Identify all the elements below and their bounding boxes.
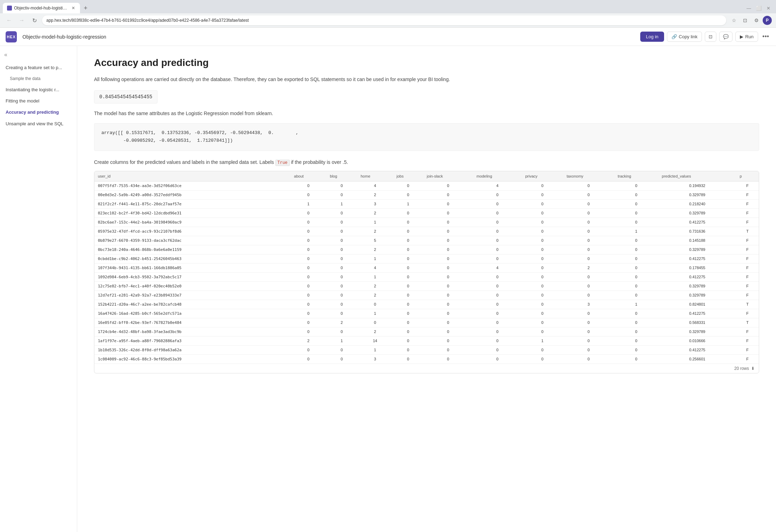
link-icon: 🔗 [671,34,677,39]
bookmark-button[interactable]: ☆ [729,15,739,25]
table-cell: 1 [522,336,563,345]
table-cell: 0 [393,354,423,364]
table-cell: 3 [563,300,614,309]
col-header-join-slack: join-slack [423,171,473,181]
table-cell: 0 [473,236,522,245]
copy-link-button[interactable]: 🔗 Copy link [667,32,702,42]
table-cell: 0 [473,245,522,254]
table-cell: 0 [522,181,563,190]
table-cell: 0 [290,272,326,281]
table-row: 00e0d3e2-5a9b-4249-a00d-3527eddf945b0020… [94,190,759,199]
table-cell: 2 [357,208,393,218]
extensions-button[interactable]: ⚙ [751,15,761,25]
restore-icon[interactable]: ⬜ [756,6,762,11]
table-cell: 4 [357,181,393,190]
comment-button[interactable]: 💬 [719,32,732,42]
minimize-icon[interactable]: — [747,6,751,11]
table-row: 1724cb4e-4d32-48bf-ba98-3fae3ad3bc9b0020… [94,327,759,336]
table-cell: 4 [357,263,393,272]
share-button[interactable]: ⊡ [705,32,716,42]
table-cell: 0 [393,318,423,327]
table-cell: 0 [423,354,473,364]
sidebar-item-accuracy[interactable]: Accuracy and predicting [0,107,77,118]
table-cell: 0 [423,281,473,291]
table-cell: 0 [326,354,357,364]
table-cell: 0 [393,263,423,272]
table-cell: 0 [563,245,614,254]
address-input[interactable] [42,15,726,25]
table-cell: 0 [326,272,357,281]
back-button[interactable]: ← [4,15,14,25]
table-cell: 0 [290,309,326,318]
active-tab[interactable]: Objectiv-model-hub-logistic-reg ✕ [3,3,80,13]
table-cell: 4 [473,181,522,190]
sidebar-item-creating-feature[interactable]: Creating a feature set to p... [0,62,77,73]
table-cell: 0 [423,218,473,227]
table-cell: 0.568331 [658,318,736,327]
table-cell: 0 [393,281,423,291]
app-header: HEX Objectiv-model-hub-logistic-regressi… [0,28,776,46]
table-cell: 0 [563,345,614,354]
sidebar-collapse-button[interactable]: « [0,50,77,59]
description-text: All following operations are carried out… [94,75,759,83]
table-cell: 0 [522,291,563,300]
table-cell: 0 [614,181,658,190]
table-row: 023ec102-bc2f-4f30-bd42-12dcdbd96e310020… [94,208,759,218]
login-button[interactable]: Log in [640,32,664,42]
table-cell: 0 [563,354,614,364]
table-cell: 0 [614,245,658,254]
table-cell: 0 [563,309,614,318]
table-cell: 0 [326,236,357,245]
table-cell: 023ec102-bc2f-4f30-bd42-12dcdbd96e31 [94,208,290,218]
table-cell: 007f5fd7-7535-434e-aa3e-3d52f06d63ce [94,181,290,190]
table-cell: 0.194932 [658,181,736,190]
table-cell: F [736,345,759,354]
reload-button[interactable]: ↻ [29,15,39,25]
code-block: array([[ 0.15317671, 0.13752336, -0.3545… [94,123,759,151]
table-cell: 0 [522,309,563,318]
run-button[interactable]: ▶ Run [735,32,758,42]
table-cell: 0 [563,327,614,336]
address-bar: ← → ↻ ☆ ⊡ ⚙ P [0,13,776,27]
table-cell: 5 [357,236,393,245]
sidebar-item-instantiating[interactable]: Instantiating the logistic r... [0,84,77,95]
col-header-modeling: modeling [473,171,522,181]
table-cell: T [736,227,759,236]
table-cell: 2 [563,263,614,272]
table-cell: 0 [614,190,658,199]
sidebar-item-fitting[interactable]: Fitting the model [0,95,77,107]
table-cell: 0 [522,199,563,208]
table-cell: 0 [326,254,357,263]
table-cell: F [736,263,759,272]
tab-favicon [7,6,12,11]
sidebar-item-unsample[interactable]: Unsample and view the SQL [0,118,77,129]
hex-logo-text: HEX [7,35,16,39]
table-cell: F [736,354,759,364]
table-cell: F [736,327,759,336]
table-cell: 3 [357,354,393,364]
table-cell: 1af1f97e-a95f-4aeb-a88f-79602886afa3 [94,336,290,345]
table-cell: 0 [393,236,423,245]
table-cell: T [736,318,759,327]
table-cell: 0 [473,318,522,327]
table-cell: 0 [393,309,423,318]
table-cell: 1 [393,199,423,208]
profile-button[interactable]: P [763,16,772,25]
more-options-button[interactable]: ••• [761,33,770,40]
table-cell: 0.145188 [658,236,736,245]
forward-button[interactable]: → [17,15,27,25]
table-cell: F [736,236,759,245]
table-row: 0bc73e18-240a-4646-868b-0a6e6a0e11590020… [94,245,759,254]
sidebar-item-sample-data[interactable]: Sample the data [0,73,77,84]
download-icon[interactable]: ⬇ [751,366,755,371]
main-content: Accuracy and predicting All following op… [77,46,776,532]
screenshot-button[interactable]: ⊡ [740,15,750,25]
table-cell: 1 [326,336,357,345]
new-tab-button[interactable]: + [81,4,90,12]
table-cell: 12d7ef21-e281-42a9-92a7-e23b894333e7 [94,291,290,300]
tab-close-button[interactable]: ✕ [71,6,76,11]
table-row: 12d7ef21-e281-42a9-92a7-e23b894333e70020… [94,291,759,300]
close-icon[interactable]: ✕ [767,6,770,11]
table-row: 007f5fd7-7535-434e-aa3e-3d52f06d63ce0040… [94,181,759,190]
table-cell: 0 [326,300,357,309]
